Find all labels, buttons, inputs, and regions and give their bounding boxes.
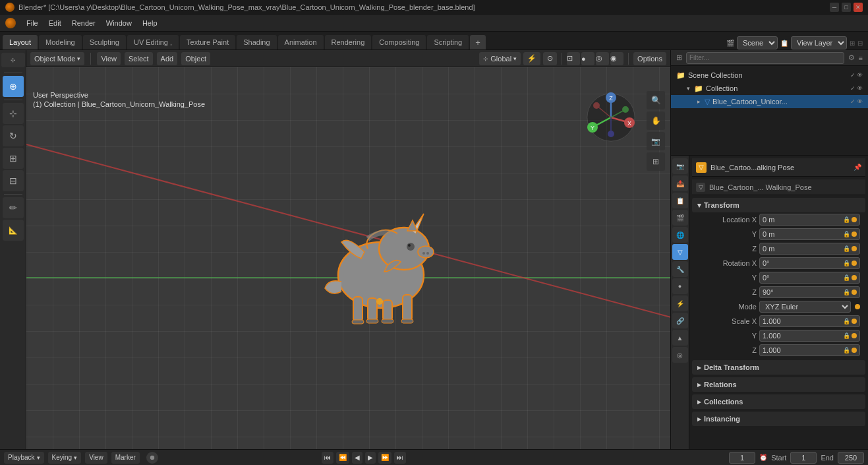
viewport-view-btn[interactable]: View bbox=[97, 52, 121, 65]
marker-button[interactable]: Marker bbox=[111, 452, 140, 464]
select-tool[interactable]: ⊕ bbox=[3, 76, 24, 97]
menu-file[interactable]: File bbox=[21, 15, 43, 31]
workspace-texture-paint[interactable]: Texture Paint bbox=[180, 35, 235, 49]
rotate-tool[interactable]: ↻ bbox=[3, 125, 24, 146]
next-frame-button[interactable]: ⏩ bbox=[378, 452, 391, 464]
minimize-button[interactable]: ─ bbox=[830, 3, 839, 12]
viewport[interactable]: Object Mode ▾ View Select Add Object ⊹ G… bbox=[26, 50, 670, 449]
outliner-row-collection[interactable]: ▾ 📁 Collection ✓ 👁 bbox=[671, 82, 868, 95]
viewlayer-tab[interactable]: 📋 bbox=[672, 193, 688, 208]
workspace-modeling[interactable]: Modeling bbox=[39, 35, 82, 49]
view-layer-select[interactable]: View Layer bbox=[791, 36, 847, 49]
location-y-field[interactable]: 0 m 🔒 bbox=[759, 228, 860, 240]
jump-end-button[interactable]: ⏭ bbox=[394, 452, 406, 464]
outliner-row-object[interactable]: ▸ ▽ Blue_Cartoon_Unicor... ✓ 👁 bbox=[671, 95, 868, 108]
view-button[interactable]: View bbox=[85, 452, 107, 464]
rotation-mode-select[interactable]: XYZ Euler bbox=[759, 301, 851, 313]
viewport-add-btn[interactable]: Add bbox=[157, 52, 178, 65]
transform-tool[interactable]: ⊟ bbox=[3, 170, 24, 191]
record-button[interactable]: ⏺ bbox=[146, 452, 158, 464]
workspace-animation[interactable]: Animation bbox=[278, 35, 324, 49]
workspace-sculpting[interactable]: Sculpting bbox=[83, 35, 126, 49]
workspace-rendering[interactable]: Rendering bbox=[325, 35, 372, 49]
render-tab[interactable]: 📷 bbox=[672, 158, 688, 174]
navigation-gizmo[interactable]: Z X Y bbox=[585, 91, 637, 144]
scale-z-field[interactable]: 1.000 🔒 bbox=[759, 344, 860, 356]
rotation-x-field[interactable]: 0° 🔒 bbox=[759, 257, 860, 269]
render-preview-btn[interactable]: ◉ bbox=[610, 52, 623, 65]
constraint-tab[interactable]: 🔗 bbox=[672, 313, 688, 328]
snapping-btn[interactable]: ⚡ bbox=[523, 52, 540, 65]
keying-button[interactable]: Keying ▾ bbox=[48, 452, 82, 464]
viewport-object-btn[interactable]: Object bbox=[181, 52, 210, 65]
scale-tool[interactable]: ⊞ bbox=[3, 148, 24, 169]
object-tab[interactable]: ▽ bbox=[672, 244, 688, 260]
move-tool[interactable]: ⊹ bbox=[3, 103, 24, 124]
add-workspace-button[interactable]: + bbox=[470, 35, 486, 49]
modifier-tab[interactable]: 🔧 bbox=[672, 261, 688, 277]
workspace-shading[interactable]: Shading bbox=[237, 35, 276, 49]
workspace-scripting[interactable]: Scripting bbox=[427, 35, 469, 49]
playback-button[interactable]: Playback ▾ bbox=[4, 452, 44, 464]
instancing-header[interactable]: ▸ Instancing bbox=[692, 412, 865, 426]
options-btn[interactable]: Options bbox=[633, 52, 666, 65]
relations-header[interactable]: ▸ Relations bbox=[692, 377, 865, 392]
menu-render[interactable]: Render bbox=[67, 15, 101, 31]
outliner-row-scene-collection[interactable]: 📁 Scene Collection ✓ 👁 bbox=[671, 69, 868, 82]
physics-tab[interactable]: ⚡ bbox=[672, 295, 688, 311]
data-tab[interactable]: ▲ bbox=[672, 330, 688, 346]
play-reverse-button[interactable]: ◀ bbox=[352, 452, 362, 464]
workspace-layout[interactable]: Layout bbox=[3, 35, 38, 49]
world-tab[interactable]: 🌐 bbox=[672, 227, 688, 243]
menu-blender[interactable] bbox=[0, 15, 21, 31]
scale-y-field[interactable]: 1.000 🔒 bbox=[759, 330, 860, 342]
workspace-uv-editing[interactable]: UV Editing , bbox=[127, 35, 179, 49]
mode-selector[interactable]: ⊹ bbox=[1, 53, 25, 67]
grid-tool[interactable]: ⊞ bbox=[647, 152, 665, 171]
start-frame-input[interactable] bbox=[790, 452, 817, 464]
scene-tab[interactable]: 🎬 bbox=[672, 210, 688, 226]
location-x-field[interactable]: 0 m 🔒 bbox=[759, 214, 860, 226]
material-preview-btn[interactable]: ◎ bbox=[596, 52, 609, 65]
material-tab[interactable]: ◎ bbox=[672, 347, 688, 363]
rotation-y-field[interactable]: 0° 🔒 bbox=[759, 272, 860, 284]
proportional-btn[interactable]: ⊙ bbox=[543, 52, 557, 65]
current-frame-input[interactable] bbox=[729, 452, 755, 464]
transform-selector[interactable]: ⊹ Global ▾ bbox=[479, 52, 521, 65]
scene-collection-eye-btn[interactable]: 👁 bbox=[857, 72, 863, 78]
play-button[interactable]: ▶ bbox=[365, 452, 376, 464]
close-button[interactable]: ✕ bbox=[854, 3, 863, 12]
viewport-mode-btn[interactable]: Object Mode ▾ bbox=[30, 52, 84, 65]
menu-edit[interactable]: Edit bbox=[43, 15, 67, 31]
zoom-camera-tool[interactable]: 🔍 bbox=[647, 91, 665, 109]
scene-collection-check-btn[interactable]: ✓ bbox=[850, 72, 855, 78]
delta-transform-header[interactable]: ▸ Delta Transform bbox=[692, 360, 865, 375]
viewport-select-btn[interactable]: Select bbox=[125, 52, 153, 65]
collections-prop-header[interactable]: ▸ Collections bbox=[692, 394, 865, 409]
wireframe-btn[interactable]: ⊡ bbox=[567, 52, 580, 65]
outliner-search[interactable] bbox=[686, 52, 844, 64]
rotation-z-field[interactable]: 90° 🔒 bbox=[759, 286, 860, 298]
prev-frame-button[interactable]: ⏪ bbox=[336, 452, 349, 464]
output-tab[interactable]: 📤 bbox=[672, 175, 688, 191]
maximize-button[interactable]: □ bbox=[842, 3, 851, 12]
object-eye-btn[interactable]: 👁 bbox=[857, 98, 863, 105]
location-z-field[interactable]: 0 m 🔒 bbox=[759, 243, 860, 255]
menu-help[interactable]: Help bbox=[137, 15, 163, 31]
object-check-btn[interactable]: ✓ bbox=[850, 98, 855, 105]
collection-check-btn[interactable]: ✓ bbox=[850, 85, 855, 92]
particles-tab[interactable]: ● bbox=[672, 278, 688, 294]
collection-eye-btn[interactable]: 👁 bbox=[857, 85, 863, 92]
scale-x-field[interactable]: 1.000 🔒 bbox=[759, 315, 860, 327]
end-frame-input[interactable] bbox=[838, 452, 864, 464]
camera-tool[interactable]: 📷 bbox=[647, 132, 665, 150]
transform-header[interactable]: ▾ Transform bbox=[692, 198, 865, 212]
pan-tool[interactable]: ✋ bbox=[647, 111, 665, 130]
jump-start-button[interactable]: ⏮ bbox=[322, 452, 333, 464]
workspace-compositing[interactable]: Compositing bbox=[372, 35, 426, 49]
solid-btn[interactable]: ● bbox=[581, 52, 594, 65]
menu-window[interactable]: Window bbox=[101, 15, 137, 31]
scene-select[interactable]: Scene bbox=[737, 36, 778, 49]
annotate-tool[interactable]: ✏ bbox=[3, 197, 24, 218]
measure-tool[interactable]: 📐 bbox=[3, 220, 24, 241]
